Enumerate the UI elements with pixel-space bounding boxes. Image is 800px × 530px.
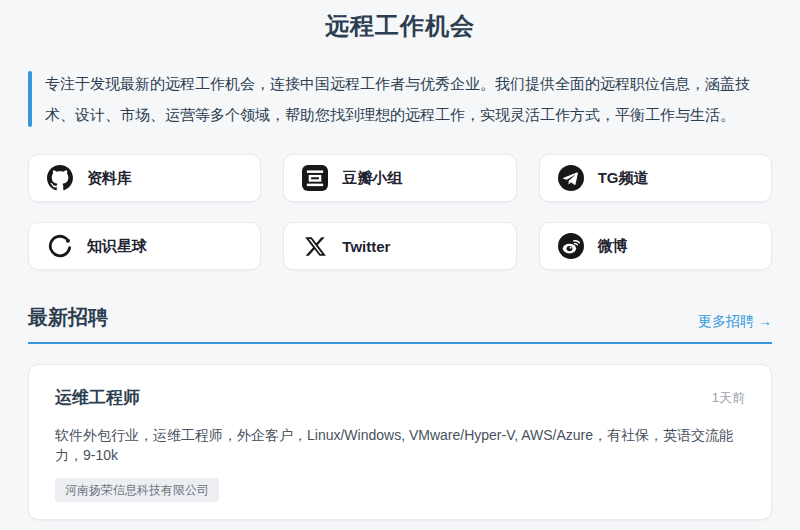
link-label: Twitter — [342, 238, 390, 255]
jobs-list: 运维工程师 1天前 软件外包行业，运维工程师，外企客户，Linux/Window… — [28, 364, 772, 530]
telegram-icon — [558, 165, 584, 191]
link-card-douban[interactable]: 豆瓣小组 — [283, 154, 516, 202]
job-company-tag: 河南扬荣信息科技有限公司 — [55, 478, 219, 502]
page-container: 远程工作机会 专注于发现最新的远程工作机会，连接中国远程工作者与优秀企业。我们提… — [28, 0, 772, 530]
link-card-twitter[interactable]: Twitter — [283, 222, 516, 270]
social-links-grid: 资料库 豆瓣小组 TG频道 — [28, 154, 772, 270]
x-twitter-icon — [302, 233, 328, 259]
link-card-zhishixingqiu[interactable]: 知识星球 — [28, 222, 261, 270]
job-title: 运维工程师 — [55, 386, 140, 410]
latest-jobs-title: 最新招聘 — [28, 304, 108, 331]
job-card[interactable]: 运维工程师 1天前 软件外包行业，运维工程师，外企客户，Linux/Window… — [28, 364, 772, 520]
link-label: 豆瓣小组 — [342, 169, 402, 188]
latest-jobs-header: 最新招聘 更多招聘 → — [28, 304, 772, 344]
link-card-telegram[interactable]: TG频道 — [539, 154, 772, 202]
zhishixingqiu-icon — [47, 233, 73, 259]
link-label: TG频道 — [598, 169, 649, 188]
intro-text: 专注于发现最新的远程工作机会，连接中国远程工作者与优秀企业。我们提供全面的远程职… — [45, 75, 750, 123]
link-label: 知识星球 — [87, 237, 147, 256]
page-title: 远程工作机会 — [28, 10, 772, 42]
github-icon — [47, 165, 73, 191]
link-label: 微博 — [598, 237, 628, 256]
intro-blockquote: 专注于发现最新的远程工作机会，连接中国远程工作者与优秀企业。我们提供全面的远程职… — [28, 68, 772, 130]
job-card-head: 运维工程师 1天前 — [55, 386, 745, 410]
job-posted-time: 1天前 — [712, 386, 745, 410]
weibo-icon — [558, 233, 584, 259]
link-label: 资料库 — [87, 169, 132, 188]
link-card-weibo[interactable]: 微博 — [539, 222, 772, 270]
more-jobs-link[interactable]: 更多招聘 → — [698, 313, 772, 331]
douban-icon — [302, 165, 328, 191]
link-card-repository[interactable]: 资料库 — [28, 154, 261, 202]
job-description: 软件外包行业，运维工程师，外企客户，Linux/Windows, VMware/… — [55, 425, 745, 465]
